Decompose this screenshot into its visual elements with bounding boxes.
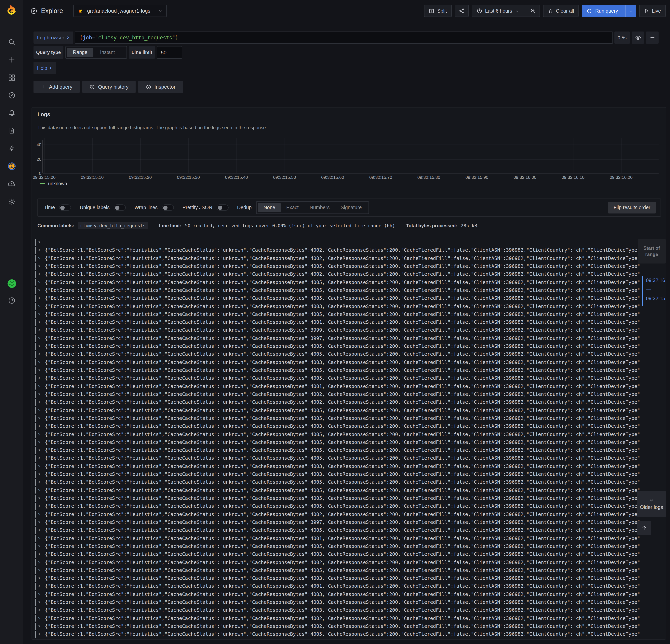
- time-toggle[interactable]: [59, 204, 71, 211]
- log-row[interactable]: >{"BotScore":1,"BotScoreSrc":"Heuristics…: [35, 518, 640, 526]
- expand-row-chevron-icon[interactable]: >: [38, 318, 41, 326]
- add-query-button[interactable]: Add query: [34, 81, 80, 93]
- expand-row-chevron-icon[interactable]: >: [38, 566, 41, 575]
- wrap-lines-toggle[interactable]: [162, 204, 174, 211]
- log-row[interactable]: >{"BotScore":1,"BotScoreSrc":"Heuristics…: [35, 526, 640, 534]
- log-row[interactable]: >{"BotScore":1,"BotScoreSrc":"Heuristics…: [35, 510, 640, 518]
- expand-row-chevron-icon[interactable]: >: [38, 574, 41, 583]
- search-icon[interactable]: [0, 33, 23, 51]
- log-row[interactable]: >{"BotScore":1,"BotScoreSrc":"Heuristics…: [35, 590, 640, 599]
- query-type-instant[interactable]: Instant: [94, 48, 121, 57]
- log-row[interactable]: >{"BotScore":1,"BotScoreSrc":"Heuristics…: [35, 270, 640, 278]
- expand-row-chevron-icon[interactable]: >: [38, 278, 41, 286]
- log-row[interactable]: >: [35, 238, 640, 246]
- expand-row-chevron-icon[interactable]: >: [38, 543, 41, 550]
- split-button[interactable]: Split: [424, 5, 452, 17]
- expand-row-chevron-icon[interactable]: >: [38, 494, 41, 503]
- expand-row-chevron-icon[interactable]: >: [38, 414, 41, 422]
- query-input[interactable]: {job="clumsy.dev_http_requests"}: [75, 31, 613, 44]
- grafana-logo-icon[interactable]: [4, 3, 19, 18]
- expand-row-chevron-icon[interactable]: >: [38, 438, 41, 447]
- settings-gear-icon[interactable]: [0, 193, 23, 210]
- expand-row-chevron-icon[interactable]: >: [38, 334, 41, 342]
- legend-label-unknown[interactable]: unknown: [48, 181, 67, 186]
- expand-row-chevron-icon[interactable]: >: [38, 630, 41, 639]
- run-query-button[interactable]: Run query: [582, 5, 636, 17]
- log-row[interactable]: >{"BotScore":1,"BotScoreSrc":"Heuristics…: [35, 438, 640, 447]
- expand-row-chevron-icon[interactable]: >: [38, 526, 41, 534]
- scroll-range-indicator[interactable]: [642, 276, 643, 306]
- expand-row-chevron-icon[interactable]: >: [38, 326, 41, 334]
- clear-all-button[interactable]: Clear all: [543, 5, 579, 17]
- log-row[interactable]: >{"BotScore":1,"BotScoreSrc":"Heuristics…: [35, 254, 640, 262]
- expand-row-chevron-icon[interactable]: >: [38, 463, 41, 470]
- prettify-json-toggle[interactable]: [217, 204, 228, 211]
- log-row[interactable]: >{"BotScore":1,"BotScoreSrc":"Heuristics…: [35, 454, 640, 463]
- log-row[interactable]: >{"BotScore":1,"BotScoreSrc":"Heuristics…: [35, 262, 640, 270]
- log-browser-button[interactable]: Log browser: [34, 31, 73, 44]
- log-row[interactable]: >{"BotScore":1,"BotScoreSrc":"Heuristics…: [35, 606, 640, 615]
- log-row[interactable]: >{"BotScore":1,"BotScoreSrc":"Heuristics…: [35, 566, 640, 575]
- dashboards-icon[interactable]: [0, 69, 23, 86]
- log-row[interactable]: >{"BotScore":1,"BotScoreSrc":"Heuristics…: [35, 534, 640, 543]
- log-row[interactable]: >{"BotScore":1,"BotScoreSrc":"Heuristics…: [35, 574, 640, 583]
- expand-row-chevron-icon[interactable]: >: [38, 422, 41, 430]
- expand-row-chevron-icon[interactable]: >: [38, 406, 41, 414]
- log-row[interactable]: >{"BotScore":1,"BotScoreSrc":"Heuristics…: [35, 430, 640, 438]
- expand-row-chevron-icon[interactable]: >: [38, 366, 41, 374]
- log-row[interactable]: >{"BotScore":1,"BotScoreSrc":"Heuristics…: [35, 478, 640, 487]
- unique-labels-toggle[interactable]: [114, 204, 126, 211]
- expand-row-chevron-icon[interactable]: >: [38, 583, 41, 590]
- log-row[interactable]: >{"BotScore":1,"BotScoreSrc":"Heuristics…: [35, 463, 640, 470]
- dedup-option-exact[interactable]: Exact: [281, 203, 304, 212]
- expand-row-chevron-icon[interactable]: >: [38, 270, 41, 278]
- log-row[interactable]: >{"BotScore":1,"BotScoreSrc":"Heuristics…: [35, 614, 640, 622]
- expand-row-chevron-icon[interactable]: >: [38, 310, 41, 318]
- add-icon[interactable]: [0, 51, 23, 69]
- time-picker[interactable]: Last 6 hours: [471, 5, 540, 17]
- log-row[interactable]: >{"BotScore":1,"BotScoreSrc":"Heuristics…: [35, 294, 640, 302]
- log-row[interactable]: >{"BotScore":1,"BotScoreSrc":"Heuristics…: [35, 446, 640, 454]
- log-row[interactable]: >{"BotScore":1,"BotScoreSrc":"Heuristics…: [35, 382, 640, 390]
- log-row[interactable]: >{"BotScore":1,"BotScoreSrc":"Heuristics…: [35, 543, 640, 550]
- log-row[interactable]: >{"BotScore":1,"BotScoreSrc":"Heuristics…: [35, 630, 640, 639]
- log-row[interactable]: >{"BotScore":1,"BotScoreSrc":"Heuristics…: [35, 422, 640, 430]
- expand-row-chevron-icon[interactable]: >: [38, 382, 41, 390]
- expand-row-chevron-icon[interactable]: >: [38, 390, 41, 398]
- log-row[interactable]: >{"BotScore":1,"BotScoreSrc":"Heuristics…: [35, 622, 640, 630]
- live-button[interactable]: Live: [639, 5, 666, 17]
- log-row[interactable]: >{"BotScore":1,"BotScoreSrc":"Heuristics…: [35, 550, 640, 558]
- expand-row-chevron-icon[interactable]: >: [38, 374, 41, 382]
- dedup-option-signature[interactable]: Signature: [335, 203, 367, 212]
- log-row[interactable]: >{"BotScore":1,"BotScoreSrc":"Heuristics…: [35, 486, 640, 494]
- line-limit-input[interactable]: [157, 46, 182, 59]
- expand-row-chevron-icon[interactable]: >: [38, 302, 41, 310]
- expand-row-chevron-icon[interactable]: >: [38, 614, 41, 622]
- log-row[interactable]: >{"BotScore":1,"BotScoreSrc":"Heuristics…: [35, 558, 640, 566]
- toggle-visibility-eye-button[interactable]: [632, 31, 644, 44]
- expand-row-chevron-icon[interactable]: >: [38, 430, 41, 438]
- log-row[interactable]: >{"BotScore":1,"BotScoreSrc":"Heuristics…: [35, 494, 640, 503]
- log-row[interactable]: >{"BotScore":1,"BotScoreSrc":"Heuristics…: [35, 414, 640, 422]
- log-row[interactable]: >{"BotScore":1,"BotScoreSrc":"Heuristics…: [35, 302, 640, 310]
- expand-row-chevron-icon[interactable]: >: [38, 550, 41, 558]
- dedup-option-none[interactable]: None: [258, 203, 281, 212]
- expand-row-chevron-icon[interactable]: >: [38, 510, 41, 518]
- log-row[interactable]: >{"BotScore":1,"BotScoreSrc":"Heuristics…: [35, 318, 640, 326]
- datasource-picker[interactable]: grafanacloud-jwagner1-logs: [73, 5, 167, 17]
- log-row[interactable]: >{"BotScore":1,"BotScoreSrc":"Heuristics…: [35, 583, 640, 590]
- run-query-dropdown[interactable]: [626, 5, 636, 17]
- log-row[interactable]: >{"BotScore":1,"BotScoreSrc":"Heuristics…: [35, 326, 640, 334]
- log-row[interactable]: >{"BotScore":1,"BotScoreSrc":"Heuristics…: [35, 342, 640, 351]
- log-row[interactable]: >{"BotScore":1,"BotScoreSrc":"Heuristics…: [35, 406, 640, 414]
- log-row[interactable]: >{"BotScore":1,"BotScoreSrc":"Heuristics…: [35, 398, 640, 407]
- log-row[interactable]: >{"BotScore":1,"BotScoreSrc":"Heuristics…: [35, 310, 640, 318]
- log-row[interactable]: >{"BotScore":1,"BotScoreSrc":"Heuristics…: [35, 366, 640, 374]
- lightning-icon[interactable]: [0, 139, 23, 157]
- expand-row-chevron-icon[interactable]: >: [38, 486, 41, 494]
- scroll-to-top-button[interactable]: [637, 521, 651, 535]
- expand-row-chevron-icon[interactable]: >: [38, 351, 41, 358]
- expand-row-chevron-icon[interactable]: >: [38, 238, 41, 246]
- expand-row-chevron-icon[interactable]: >: [38, 254, 41, 262]
- explore-compass-icon[interactable]: [0, 86, 23, 104]
